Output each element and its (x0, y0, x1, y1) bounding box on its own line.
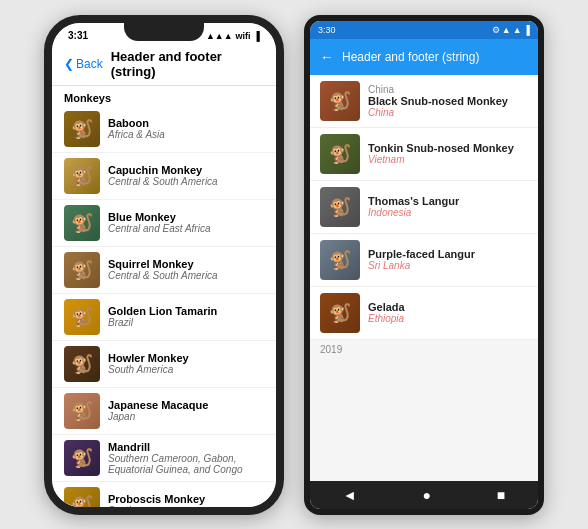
monkey-thumb: 🐒 (64, 487, 100, 507)
android-thumb-first: 🐒 (320, 81, 360, 121)
android-time: 3:30 (318, 25, 336, 35)
monkey-name: Howler Monkey (108, 352, 264, 364)
android-list-item[interactable]: 🐒 Thomas's Langur Indonesia (310, 181, 538, 234)
android-signal-icon: ▲ (502, 25, 511, 35)
monkey-info: Squirrel Monkey Central & South America (108, 258, 264, 281)
monkey-name: Baboon (108, 117, 264, 129)
iphone-section-header: Monkeys (52, 86, 276, 106)
scene: 3:31 ▲▲▲ wifi ▐ ❮ Back Header and footer… (34, 5, 554, 525)
android-list-item[interactable]: 🐒 Tonkin Snub-nosed Monkey Vietnam (310, 128, 538, 181)
android-monkey-info: Purple-faced Langur Sri Lanka (368, 248, 475, 271)
android-monkey-region: Indonesia (368, 207, 459, 218)
iphone-signal-icon: ▲▲▲ (206, 31, 233, 41)
monkey-name: Japanese Macaque (108, 399, 264, 411)
android-status-bar: 3:30 ⚙ ▲ ▲ ▐ (310, 21, 538, 39)
android-nav-bar: ◄ ● ■ (310, 481, 538, 509)
android-monkey-name: Gelada (368, 301, 405, 313)
android-thumb: 🐒 (320, 187, 360, 227)
iphone-list-item[interactable]: 🐒 Blue Monkey Central and East Africa (52, 200, 276, 247)
android-year-label: 2019 (310, 340, 538, 359)
monkey-name: Proboscis Monkey (108, 493, 264, 505)
iphone-nav-bar: ❮ Back Header and footer (string) (52, 45, 276, 86)
monkey-name: Blue Monkey (108, 211, 264, 223)
monkey-thumb: 🐒 (64, 440, 100, 476)
monkey-region: Japan (108, 411, 264, 422)
iphone-list-item[interactable]: 🐒 Howler Monkey South America (52, 341, 276, 388)
android-thumb: 🐒 (320, 134, 360, 174)
iphone-screen: 3:31 ▲▲▲ wifi ▐ ❮ Back Header and footer… (52, 23, 276, 507)
monkey-region: Brazil (108, 317, 264, 328)
monkey-region: Southern Cameroon, Gabon, Equatorial Gui… (108, 453, 264, 475)
android-monkey-info: Thomas's Langur Indonesia (368, 195, 459, 218)
iphone-list-item[interactable]: 🐒 Proboscis Monkey South _ (52, 482, 276, 507)
android-monkey-info: Tonkin Snub-nosed Monkey Vietnam (368, 142, 514, 165)
monkey-name: Mandrill (108, 441, 264, 453)
android-monkey-item-first[interactable]: 🐒 China Black Snub-nosed Monkey China (310, 75, 538, 128)
android-monkey-name: Tonkin Snub-nosed Monkey (368, 142, 514, 154)
iphone-list-item[interactable]: 🐒 Japanese Macaque Japan (52, 388, 276, 435)
iphone-list-item[interactable]: 🐒 Baboon Africa & Asia (52, 106, 276, 153)
monkey-info: Howler Monkey South America (108, 352, 264, 375)
iphone-list-item[interactable]: 🐒 Capuchin Monkey Central & South Americ… (52, 153, 276, 200)
iphone-nav-title: Header and footer (string) (111, 49, 264, 79)
iphone-monkey-list: 🐒 Baboon Africa & Asia 🐒 Capuchin Monkey… (52, 106, 276, 507)
android-monkey-name-first: Black Snub-nosed Monkey (368, 95, 508, 107)
monkey-thumb: 🐒 (64, 346, 100, 382)
monkey-info: Capuchin Monkey Central & South America (108, 164, 264, 187)
monkey-thumb: 🐒 (64, 393, 100, 429)
monkey-thumb: 🐒 (64, 252, 100, 288)
monkey-region: South _ (108, 505, 264, 507)
monkey-name: Squirrel Monkey (108, 258, 264, 270)
android-status-icons: ⚙ ▲ ▲ ▐ (492, 25, 530, 35)
iphone-back-button[interactable]: ❮ Back (64, 57, 103, 71)
monkey-region: South America (108, 364, 264, 375)
monkey-info: Japanese Macaque Japan (108, 399, 264, 422)
android-device: 3:30 ⚙ ▲ ▲ ▐ ← Header and footer (string… (304, 15, 544, 515)
iphone-notch (124, 23, 204, 41)
android-monkey-name: Thomas's Langur (368, 195, 459, 207)
iphone-battery-icon: ▐ (254, 31, 260, 41)
iphone-device: 3:31 ▲▲▲ wifi ▐ ❮ Back Header and footer… (44, 15, 284, 515)
monkey-thumb: 🐒 (64, 158, 100, 194)
android-monkey-region: Sri Lanka (368, 260, 475, 271)
monkey-thumb: 🐒 (64, 205, 100, 241)
monkey-region: Central and East Africa (108, 223, 264, 234)
iphone-time: 3:31 (68, 30, 88, 41)
android-toolbar: ← Header and footer (string) (310, 39, 538, 75)
android-back-nav-icon[interactable]: ◄ (343, 487, 357, 503)
iphone-wifi-icon: wifi (236, 31, 251, 41)
android-thumb: 🐒 (320, 293, 360, 333)
android-home-icon[interactable]: ● (422, 487, 430, 503)
iphone-back-chevron: ❮ (64, 57, 74, 71)
iphone-back-label: Back (76, 57, 103, 71)
android-battery-icon: ▐ (524, 25, 530, 35)
android-settings-icon: ⚙ (492, 25, 500, 35)
android-monkey-list: 🐒 Tonkin Snub-nosed Monkey Vietnam 🐒 Tho… (310, 128, 538, 340)
android-content[interactable]: 🐒 China Black Snub-nosed Monkey China 🐒 … (310, 75, 538, 481)
android-list-item[interactable]: 🐒 Purple-faced Langur Sri Lanka (310, 234, 538, 287)
android-toolbar-title: Header and footer (string) (342, 50, 479, 64)
monkey-name: Golden Lion Tamarin (108, 305, 264, 317)
android-monkey-region: Ethiopia (368, 313, 405, 324)
iphone-list-item[interactable]: 🐒 Golden Lion Tamarin Brazil (52, 294, 276, 341)
iphone-list-item[interactable]: 🐒 Mandrill Southern Cameroon, Gabon, Equ… (52, 435, 276, 482)
monkey-region: Africa & Asia (108, 129, 264, 140)
android-monkey-region-first: China (368, 107, 508, 118)
monkey-thumb: 🐒 (64, 299, 100, 335)
android-recents-icon[interactable]: ■ (497, 487, 505, 503)
android-monkey-info: Gelada Ethiopia (368, 301, 405, 324)
monkey-thumb: 🐒 (64, 111, 100, 147)
monkey-info: Mandrill Southern Cameroon, Gabon, Equat… (108, 441, 264, 475)
monkey-name: Capuchin Monkey (108, 164, 264, 176)
iphone-status-icons: ▲▲▲ wifi ▐ (206, 31, 260, 41)
android-monkey-info-first: China Black Snub-nosed Monkey China (368, 84, 508, 118)
android-region-header-first: China (368, 84, 508, 95)
android-list-item[interactable]: 🐒 Gelada Ethiopia (310, 287, 538, 340)
android-back-button[interactable]: ← (320, 49, 334, 65)
android-wifi-icon: ▲ (513, 25, 522, 35)
android-monkey-region: Vietnam (368, 154, 514, 165)
monkey-info: Golden Lion Tamarin Brazil (108, 305, 264, 328)
iphone-content[interactable]: Monkeys 🐒 Baboon Africa & Asia 🐒 Capuchi… (52, 86, 276, 507)
iphone-list-item[interactable]: 🐒 Squirrel Monkey Central & South Americ… (52, 247, 276, 294)
monkey-region: Central & South America (108, 270, 264, 281)
